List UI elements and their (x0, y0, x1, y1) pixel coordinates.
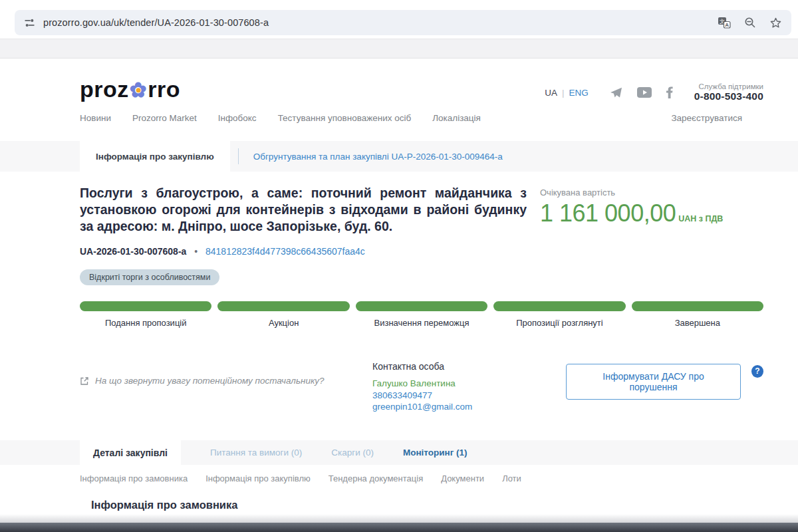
stage-bar (80, 301, 211, 311)
stage-winner: Визначення переможця (356, 301, 487, 328)
id-separator: • (194, 246, 198, 257)
register-link[interactable]: Зареєструватися (671, 113, 742, 123)
stage-label: Аукціон (217, 318, 349, 328)
tab-divider (238, 148, 239, 164)
nav-news[interactable]: Новини (80, 113, 111, 123)
bottom-strip (0, 523, 798, 532)
tender-card: Послуги з благоустрою, а саме: поточний … (0, 172, 798, 440)
contact-email[interactable]: greenpin101@gmail.com (372, 401, 566, 413)
youtube-icon[interactable] (637, 87, 652, 98)
site-header: proz✿rro UA | ENG Служба підтримки (0, 59, 798, 141)
tab-questions[interactable]: Питання та вимоги (0) (210, 440, 302, 465)
tender-title: Послуги з благоустрою, а саме: поточний … (80, 185, 527, 235)
help-question-icon[interactable]: ? (751, 365, 763, 378)
stage-label: Визначення переможця (356, 318, 487, 328)
external-link-icon (80, 376, 89, 386)
nav-infobox[interactable]: Інфобокс (218, 113, 257, 123)
section-heading: Інформація про замовника (0, 491, 798, 514)
prozorro-logo[interactable]: proz✿rro (80, 76, 180, 104)
subnav-tender-docs[interactable]: Тендерна документація (329, 473, 423, 483)
expected-value-block: Очікувана вартість 1 161 000,00UAH з ПДВ (540, 185, 763, 235)
stage-completed: Завершена (632, 301, 763, 328)
browser-chrome: prozorro.gov.ua/uk/tender/UA-2026-01-30-… (0, 0, 798, 39)
url-text[interactable]: prozorro.gov.ua/uk/tender/UA-2026-01-30-… (43, 17, 710, 28)
tab-complaints[interactable]: Скарги (0) (331, 440, 374, 465)
subnav-buyer-info[interactable]: Інформація про замовника (80, 473, 188, 483)
translate-icon[interactable]: 文A (718, 17, 731, 29)
supplier-note-text: На що звернути увагу потенційному постач… (95, 376, 325, 386)
nav-prozorro-market[interactable]: Prozorro Market (132, 113, 197, 123)
stage-label: Пропозиції розглянуті (493, 318, 625, 328)
subnav-documents[interactable]: Документи (441, 473, 484, 483)
lang-eng[interactable]: ENG (569, 88, 588, 98)
logo-text-post: rro (148, 76, 180, 102)
stage-bar (493, 301, 625, 311)
browser-page-gap (0, 39, 798, 59)
contact-phone[interactable]: 380633409477 (372, 390, 566, 402)
detail-subnav: Інформація про замовника Інформація про … (0, 465, 798, 491)
tender-id: UA-2026-01-30-007608-a (80, 246, 186, 257)
stage-progress: Подання пропозицій Аукціон Визначення пе… (80, 301, 763, 328)
svg-text:A: A (725, 22, 729, 28)
stage-label: Подання пропозицій (80, 318, 211, 328)
bookmark-star-icon[interactable] (769, 17, 782, 29)
detail-tabs: Деталі закупівлі Питання та вимоги (0) С… (0, 440, 798, 465)
lang-ua[interactable]: UA (545, 88, 557, 98)
flower-icon: ✿ (129, 78, 148, 102)
tab-details[interactable]: Деталі закупівлі (80, 440, 181, 465)
stage-submission: Подання пропозицій (80, 301, 211, 328)
subnav-tender-info[interactable]: Інформація про закупівлю (205, 473, 311, 483)
tender-hash-link[interactable]: 841812823f4d477398c66435607faa4c (205, 246, 365, 257)
stage-bar (632, 301, 763, 311)
tab-plan-link[interactable]: Обгрунтування та план закупівлі UA-P-202… (247, 141, 509, 172)
expected-value-currency: UAH з ПДВ (678, 214, 723, 223)
support-phone: 0-800-503-400 (694, 90, 763, 102)
tab-monitoring[interactable]: Моніторинг (1) (403, 440, 467, 465)
stage-label: Завершена (632, 318, 763, 328)
lang-separator: | (562, 88, 565, 98)
report-dasu-button[interactable]: Інформувати ДАСУ про порушення (566, 364, 740, 400)
stage-auction: Аукціон (217, 301, 349, 328)
stage-reviewed: Пропозиції розглянуті (493, 301, 625, 328)
tab-tender-info[interactable]: Інформація про закупівлю (80, 141, 230, 172)
procedure-status-badge: Відкриті торги з особливостями (80, 269, 219, 285)
subnav-lots[interactable]: Лоти (502, 473, 521, 483)
zoom-out-icon[interactable] (744, 17, 756, 29)
stage-bar (356, 301, 487, 311)
supplier-note-link[interactable]: На що звернути увагу потенційному постач… (80, 376, 372, 386)
site-settings-icon[interactable] (24, 17, 35, 29)
stage-bar (217, 301, 349, 311)
address-bar[interactable]: prozorro.gov.ua/uk/tender/UA-2026-01-30-… (15, 10, 791, 35)
page-content: Інформація про закупівлю Обгрунтування т… (0, 141, 798, 532)
contact-name: Галушко Валентина (372, 378, 566, 390)
expected-value-amount: 1 161 000,00 (540, 200, 676, 227)
contact-label: Контактна особа (372, 361, 566, 372)
tender-top-tabs: Інформація про закупівлю Обгрунтування т… (0, 141, 798, 172)
support-label: Служба підтримки (694, 82, 763, 90)
telegram-icon[interactable] (610, 87, 622, 98)
nav-localization[interactable]: Локалізація (432, 113, 481, 123)
expected-value-label: Очікувана вартість (540, 188, 763, 198)
main-navigation: Новини Prozorro Market Інфобокс Тестуван… (80, 113, 763, 123)
contact-block: Контактна особа Галушко Валентина 380633… (372, 361, 566, 413)
facebook-icon[interactable] (666, 86, 673, 98)
tender-id-row: UA-2026-01-30-007608-a • 841812823f4d477… (80, 246, 763, 257)
fade-strip (0, 514, 798, 523)
language-switcher: UA | ENG (545, 88, 589, 98)
nav-testing[interactable]: Тестування уповноважених осіб (278, 113, 412, 123)
support-block: Служба підтримки 0-800-503-400 (694, 82, 763, 102)
logo-text-pre: proz (80, 76, 129, 102)
